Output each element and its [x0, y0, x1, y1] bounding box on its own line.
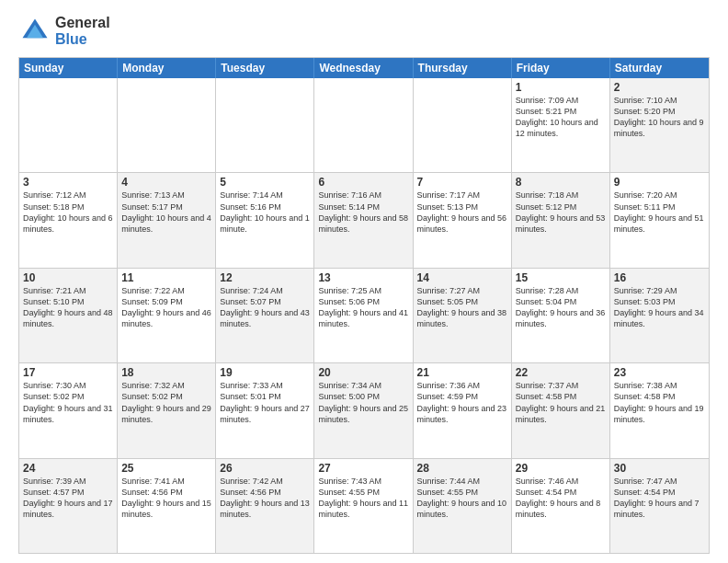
day-number: 7: [417, 176, 507, 189]
day-number: 10: [23, 271, 113, 284]
weekday-header-sunday: Sunday: [19, 58, 118, 78]
day-number: 3: [23, 176, 113, 189]
day-number: 13: [318, 271, 408, 284]
day-number: 6: [318, 176, 408, 189]
day-cell-10: 10Sunrise: 7:21 AMSunset: 5:10 PMDayligh…: [19, 269, 118, 362]
day-info: Sunrise: 7:27 AMSunset: 5:05 PMDaylight:…: [417, 285, 507, 330]
day-info: Sunrise: 7:32 AMSunset: 5:02 PMDaylight:…: [121, 380, 211, 425]
day-info: Sunrise: 7:20 AMSunset: 5:11 PMDaylight:…: [614, 190, 705, 235]
empty-cell-0-4: [414, 78, 512, 172]
day-info: Sunrise: 7:30 AMSunset: 5:02 PMDaylight:…: [23, 380, 113, 425]
day-number: 28: [417, 462, 507, 475]
day-number: 15: [516, 271, 606, 284]
day-cell-5: 5Sunrise: 7:14 AMSunset: 5:16 PMDaylight…: [216, 173, 314, 267]
day-number: 27: [318, 462, 408, 475]
day-info: Sunrise: 7:39 AMSunset: 4:57 PMDaylight:…: [23, 476, 113, 521]
day-cell-2: 2Sunrise: 7:10 AMSunset: 5:20 PMDaylight…: [610, 78, 709, 172]
day-number: 8: [516, 176, 606, 189]
day-cell-7: 7Sunrise: 7:17 AMSunset: 5:13 PMDaylight…: [414, 173, 512, 267]
day-cell-23: 23Sunrise: 7:38 AMSunset: 4:58 PMDayligh…: [610, 363, 709, 457]
day-number: 12: [220, 271, 310, 284]
page: General Blue SundayMondayTuesdayWednesda…: [0, 0, 728, 563]
day-info: Sunrise: 7:13 AMSunset: 5:17 PMDaylight:…: [121, 190, 211, 235]
day-number: 11: [121, 271, 211, 284]
calendar-header: SundayMondayTuesdayWednesdayThursdayFrid…: [19, 58, 709, 78]
day-info: Sunrise: 7:47 AMSunset: 4:54 PMDaylight:…: [614, 476, 705, 521]
day-cell-1: 1Sunrise: 7:09 AMSunset: 5:21 PMDaylight…: [512, 78, 610, 172]
weekday-header-monday: Monday: [118, 58, 216, 78]
day-number: 2: [614, 81, 705, 94]
day-info: Sunrise: 7:28 AMSunset: 5:04 PMDaylight:…: [516, 285, 606, 330]
day-cell-28: 28Sunrise: 7:44 AMSunset: 4:55 PMDayligh…: [414, 459, 512, 553]
day-info: Sunrise: 7:24 AMSunset: 5:07 PMDaylight:…: [220, 285, 310, 330]
day-number: 26: [220, 462, 310, 475]
day-number: 9: [614, 176, 705, 189]
day-info: Sunrise: 7:44 AMSunset: 4:55 PMDaylight:…: [417, 476, 507, 521]
day-info: Sunrise: 7:21 AMSunset: 5:10 PMDaylight:…: [23, 285, 113, 330]
day-cell-17: 17Sunrise: 7:30 AMSunset: 5:02 PMDayligh…: [19, 363, 118, 457]
empty-cell-0-3: [314, 78, 413, 172]
day-info: Sunrise: 7:29 AMSunset: 5:03 PMDaylight:…: [614, 285, 705, 330]
day-cell-11: 11Sunrise: 7:22 AMSunset: 5:09 PMDayligh…: [118, 269, 216, 362]
day-cell-15: 15Sunrise: 7:28 AMSunset: 5:04 PMDayligh…: [512, 269, 610, 362]
day-number: 21: [417, 366, 507, 379]
day-info: Sunrise: 7:09 AMSunset: 5:21 PMDaylight:…: [516, 95, 606, 140]
calendar-row-0: 1Sunrise: 7:09 AMSunset: 5:21 PMDaylight…: [19, 78, 709, 172]
day-cell-25: 25Sunrise: 7:41 AMSunset: 4:56 PMDayligh…: [118, 459, 216, 553]
day-cell-19: 19Sunrise: 7:33 AMSunset: 5:01 PMDayligh…: [216, 363, 314, 457]
header: General Blue: [18, 15, 710, 48]
day-info: Sunrise: 7:16 AMSunset: 5:14 PMDaylight:…: [318, 190, 408, 235]
day-info: Sunrise: 7:38 AMSunset: 4:58 PMDaylight:…: [614, 380, 705, 425]
calendar-row-2: 10Sunrise: 7:21 AMSunset: 5:10 PMDayligh…: [19, 268, 709, 362]
day-info: Sunrise: 7:41 AMSunset: 4:56 PMDaylight:…: [121, 476, 211, 521]
day-info: Sunrise: 7:12 AMSunset: 5:18 PMDaylight:…: [23, 190, 113, 235]
calendar-row-4: 24Sunrise: 7:39 AMSunset: 4:57 PMDayligh…: [19, 458, 709, 553]
day-info: Sunrise: 7:17 AMSunset: 5:13 PMDaylight:…: [417, 190, 507, 235]
day-number: 16: [614, 271, 705, 284]
day-info: Sunrise: 7:18 AMSunset: 5:12 PMDaylight:…: [516, 190, 606, 235]
day-cell-4: 4Sunrise: 7:13 AMSunset: 5:17 PMDaylight…: [118, 173, 216, 267]
weekday-header-saturday: Saturday: [610, 58, 709, 78]
logo: General Blue: [18, 15, 110, 48]
day-number: 30: [614, 462, 705, 475]
day-number: 1: [516, 81, 606, 94]
day-info: Sunrise: 7:22 AMSunset: 5:09 PMDaylight:…: [121, 285, 211, 330]
logo-text: General Blue: [55, 15, 110, 48]
day-number: 29: [516, 462, 606, 475]
day-cell-21: 21Sunrise: 7:36 AMSunset: 4:59 PMDayligh…: [414, 363, 512, 457]
calendar-row-3: 17Sunrise: 7:30 AMSunset: 5:02 PMDayligh…: [19, 362, 709, 457]
weekday-header-tuesday: Tuesday: [216, 58, 314, 78]
day-info: Sunrise: 7:46 AMSunset: 4:54 PMDaylight:…: [516, 476, 606, 521]
day-cell-16: 16Sunrise: 7:29 AMSunset: 5:03 PMDayligh…: [610, 269, 709, 362]
day-info: Sunrise: 7:25 AMSunset: 5:06 PMDaylight:…: [318, 285, 408, 330]
day-info: Sunrise: 7:36 AMSunset: 4:59 PMDaylight:…: [417, 380, 507, 425]
day-number: 4: [121, 176, 211, 189]
weekday-header-thursday: Thursday: [414, 58, 512, 78]
day-cell-3: 3Sunrise: 7:12 AMSunset: 5:18 PMDaylight…: [19, 173, 118, 267]
day-cell-24: 24Sunrise: 7:39 AMSunset: 4:57 PMDayligh…: [19, 459, 118, 553]
empty-cell-0-0: [19, 78, 118, 172]
weekday-header-friday: Friday: [512, 58, 610, 78]
day-info: Sunrise: 7:37 AMSunset: 4:58 PMDaylight:…: [516, 380, 606, 425]
day-number: 18: [121, 366, 211, 379]
day-cell-9: 9Sunrise: 7:20 AMSunset: 5:11 PMDaylight…: [610, 173, 709, 267]
day-number: 17: [23, 366, 113, 379]
day-cell-6: 6Sunrise: 7:16 AMSunset: 5:14 PMDaylight…: [314, 173, 413, 267]
weekday-header-wednesday: Wednesday: [314, 58, 413, 78]
day-info: Sunrise: 7:10 AMSunset: 5:20 PMDaylight:…: [614, 95, 705, 140]
day-number: 25: [121, 462, 211, 475]
day-info: Sunrise: 7:42 AMSunset: 4:56 PMDaylight:…: [220, 476, 310, 521]
day-cell-18: 18Sunrise: 7:32 AMSunset: 5:02 PMDayligh…: [118, 363, 216, 457]
day-cell-26: 26Sunrise: 7:42 AMSunset: 4:56 PMDayligh…: [216, 459, 314, 553]
day-cell-13: 13Sunrise: 7:25 AMSunset: 5:06 PMDayligh…: [314, 269, 413, 362]
day-cell-14: 14Sunrise: 7:27 AMSunset: 5:05 PMDayligh…: [414, 269, 512, 362]
day-cell-27: 27Sunrise: 7:43 AMSunset: 4:55 PMDayligh…: [314, 459, 413, 553]
logo-icon: [18, 15, 51, 48]
day-number: 14: [417, 271, 507, 284]
day-info: Sunrise: 7:34 AMSunset: 5:00 PMDaylight:…: [318, 380, 408, 425]
calendar-row-1: 3Sunrise: 7:12 AMSunset: 5:18 PMDaylight…: [19, 172, 709, 267]
day-cell-30: 30Sunrise: 7:47 AMSunset: 4:54 PMDayligh…: [610, 459, 709, 553]
day-number: 20: [318, 366, 408, 379]
empty-cell-0-2: [216, 78, 314, 172]
day-cell-8: 8Sunrise: 7:18 AMSunset: 5:12 PMDaylight…: [512, 173, 610, 267]
